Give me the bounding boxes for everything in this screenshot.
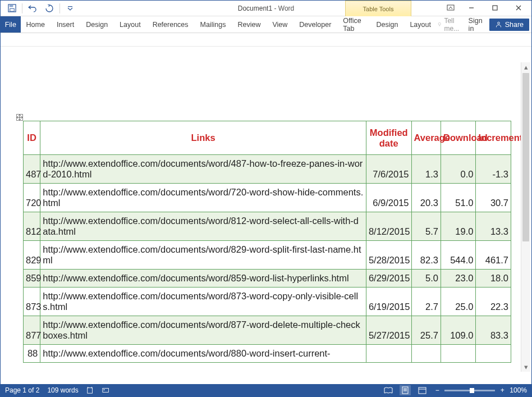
cell-increment[interactable]: 30.7 xyxy=(476,184,511,212)
scroll-up-button[interactable]: ▴ xyxy=(521,62,530,72)
header-links[interactable]: Links xyxy=(40,121,366,155)
cell-increment[interactable]: 22.3 xyxy=(476,288,511,316)
cell-id[interactable]: 877 xyxy=(24,316,40,345)
table-header-row[interactable]: ID Links Modified date Average Download … xyxy=(24,121,511,155)
tab-references[interactable]: References xyxy=(147,16,195,33)
cell-average[interactable]: 20.3 xyxy=(411,184,441,212)
cell-average[interactable]: 1.3 xyxy=(411,155,441,184)
cell-increment[interactable]: 83.3 xyxy=(476,316,511,345)
cell-download[interactable]: 25.0 xyxy=(441,288,476,316)
zoom-slider[interactable] xyxy=(444,390,495,391)
table-row[interactable]: 812http://www.extendoffice.com/documents… xyxy=(24,212,511,241)
table-row[interactable]: 88http://www.extendoffice.com/documents/… xyxy=(24,345,511,363)
cell-id[interactable]: 720 xyxy=(24,184,40,212)
header-modified-date[interactable]: Modified date xyxy=(366,121,411,155)
zoom-in-button[interactable]: + xyxy=(498,386,506,394)
table-tab-design[interactable]: Design xyxy=(370,16,404,33)
tab-layout[interactable]: Layout xyxy=(114,16,147,33)
header-average[interactable]: Average xyxy=(411,121,441,155)
tab-home[interactable]: Home xyxy=(21,16,51,33)
cell-download[interactable]: 0.0 xyxy=(441,155,476,184)
read-mode-button[interactable] xyxy=(383,385,394,395)
zoom-slider-knob[interactable] xyxy=(470,388,474,393)
cell-date[interactable]: 6/19/2015 xyxy=(366,288,411,316)
cell-date[interactable]: 6/9/2015 xyxy=(366,184,411,212)
macro-recording-icon[interactable] xyxy=(102,386,110,394)
table-row[interactable]: 859http://www.extendoffice.com/documents… xyxy=(24,270,511,288)
save-button[interactable] xyxy=(4,1,20,16)
cell-date[interactable]: 8/12/2015 xyxy=(366,212,411,241)
vertical-scrollbar[interactable]: ▴ ▾ xyxy=(521,62,530,372)
cell-date[interactable]: 6/29/2015 xyxy=(366,270,411,288)
cell-id[interactable]: 88 xyxy=(24,345,40,363)
table-move-handle[interactable] xyxy=(16,114,23,121)
cell-average[interactable] xyxy=(411,345,441,363)
table-row[interactable]: 720http://www.extendoffice.com/documents… xyxy=(24,184,511,212)
cell-download[interactable]: 23.0 xyxy=(441,270,476,288)
ribbon-display-options-button[interactable] xyxy=(443,2,458,14)
cell-average[interactable]: 82.3 xyxy=(411,241,441,270)
tab-insert[interactable]: Insert xyxy=(51,16,80,33)
cell-average[interactable]: 2.7 xyxy=(411,288,441,316)
cell-increment[interactable]: 13.3 xyxy=(476,212,511,241)
cell-date[interactable]: 7/6/2015 xyxy=(366,155,411,184)
cell-link[interactable]: http://www.extendoffice.com/documents/wo… xyxy=(40,345,366,363)
scroll-track[interactable] xyxy=(521,72,530,362)
header-download[interactable]: Download xyxy=(441,121,476,155)
tab-mailings[interactable]: Mailings xyxy=(195,16,232,33)
zoom-level[interactable]: 100% xyxy=(510,386,527,394)
cell-id[interactable]: 487 xyxy=(24,155,40,184)
page-indicator[interactable]: Page 1 of 2 xyxy=(5,386,39,394)
table-row[interactable]: 487http://www.extendoffice.com/documents… xyxy=(24,155,511,184)
tab-developer[interactable]: Developer xyxy=(293,16,337,33)
sign-in-button[interactable]: Sign in xyxy=(466,17,485,33)
cell-link[interactable]: http://www.extendoffice.com/documents/wo… xyxy=(40,155,366,184)
cell-increment[interactable] xyxy=(476,345,511,363)
cell-id[interactable]: 859 xyxy=(24,270,40,288)
cell-download[interactable]: 109.0 xyxy=(441,316,476,345)
redo-button[interactable] xyxy=(42,1,57,16)
table-row[interactable]: 829http://www.extendoffice.com/documents… xyxy=(24,241,511,270)
cell-average[interactable]: 25.7 xyxy=(411,316,441,345)
table-row[interactable]: 877http://www.extendoffice.com/documents… xyxy=(24,316,511,345)
cell-link[interactable]: http://www.extendoffice.com/documents/wo… xyxy=(40,212,366,241)
web-layout-button[interactable] xyxy=(416,385,428,395)
cell-date[interactable]: 5/27/2015 xyxy=(366,316,411,345)
table-tab-layout[interactable]: Layout xyxy=(404,16,437,33)
scroll-down-button[interactable]: ▾ xyxy=(521,362,530,372)
cell-date[interactable]: 5/28/2015 xyxy=(366,241,411,270)
cell-id[interactable]: 829 xyxy=(24,241,40,270)
cell-link[interactable]: http://www.extendoffice.com/documents/wo… xyxy=(40,270,366,288)
document-area[interactable]: ID Links Modified date Average Download … xyxy=(1,47,531,384)
scroll-thumb[interactable] xyxy=(522,73,529,241)
print-layout-button[interactable] xyxy=(400,385,411,395)
cell-increment[interactable]: 461.7 xyxy=(476,241,511,270)
cell-date[interactable] xyxy=(366,345,411,363)
zoom-out-button[interactable]: − xyxy=(433,386,441,394)
cell-average[interactable]: 5.0 xyxy=(411,270,441,288)
undo-button[interactable] xyxy=(25,1,40,16)
tab-view[interactable]: View xyxy=(267,16,293,33)
cell-link[interactable]: http://www.extendoffice.com/documents/wo… xyxy=(40,288,366,316)
qat-customize-button[interactable] xyxy=(62,1,78,16)
maximize-button[interactable] xyxy=(484,2,506,14)
tab-design[interactable]: Design xyxy=(80,16,114,33)
cell-link[interactable]: http://www.extendoffice.com/documents/wo… xyxy=(40,184,366,212)
cell-link[interactable]: http://www.extendoffice.com/documents/wo… xyxy=(40,241,366,270)
close-button[interactable] xyxy=(508,2,529,14)
cell-download[interactable]: 51.0 xyxy=(441,184,476,212)
word-count[interactable]: 109 words xyxy=(47,386,78,394)
minimize-button[interactable] xyxy=(461,2,482,14)
tab-review[interactable]: Review xyxy=(232,16,267,33)
cell-increment[interactable]: -1.3 xyxy=(476,155,511,184)
header-id[interactable]: ID xyxy=(24,121,40,155)
cell-increment[interactable]: 18.0 xyxy=(476,270,511,288)
cell-id[interactable]: 873 xyxy=(24,288,40,316)
spell-check-icon[interactable] xyxy=(86,386,94,394)
file-tab[interactable]: File xyxy=(1,16,21,33)
cell-download[interactable]: 19.0 xyxy=(441,212,476,241)
cell-average[interactable]: 5.7 xyxy=(411,212,441,241)
document-table[interactable]: ID Links Modified date Average Download … xyxy=(23,121,511,363)
table-row[interactable]: 873http://www.extendoffice.com/documents… xyxy=(24,288,511,316)
tab-office-tab[interactable]: Office Tab xyxy=(337,16,370,33)
